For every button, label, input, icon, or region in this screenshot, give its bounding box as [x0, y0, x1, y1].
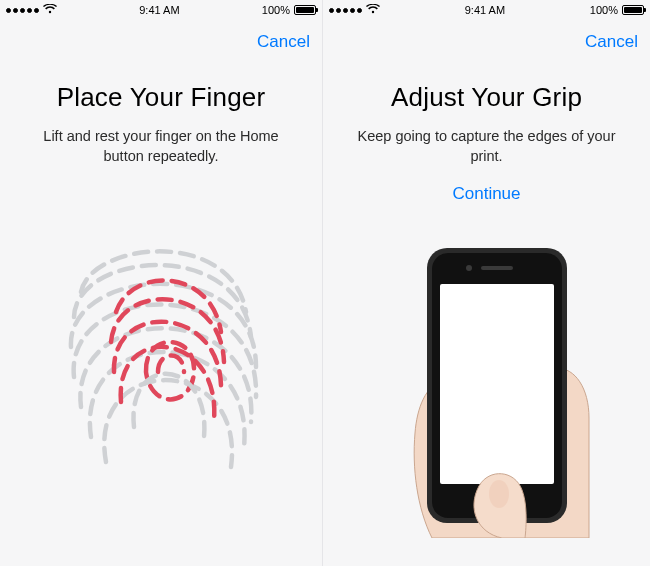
wifi-icon	[43, 4, 57, 16]
fingerprint-icon	[56, 222, 266, 482]
touchid-setup-adjust-grip: 9:41 AM 100% Cancel Adjust Your Grip Kee…	[322, 0, 650, 566]
battery-icon	[294, 5, 316, 15]
nav-bar: Cancel	[323, 20, 650, 64]
touchid-setup-place-finger: 9:41 AM 100% Cancel Place Your Finger Li…	[0, 0, 322, 566]
status-left	[329, 4, 380, 16]
battery-pct: 100%	[590, 4, 618, 16]
status-left	[6, 4, 57, 16]
status-right: 100%	[262, 4, 316, 16]
svg-rect-3	[481, 266, 513, 270]
screen-title: Adjust Your Grip	[391, 82, 582, 113]
screen-title: Place Your Finger	[57, 82, 266, 113]
status-time: 9:41 AM	[465, 4, 505, 16]
nav-bar: Cancel	[0, 20, 322, 64]
svg-rect-2	[440, 284, 554, 484]
battery-icon	[622, 5, 644, 15]
screen-subtitle: Lift and rest your finger on the Home bu…	[22, 127, 300, 166]
screen-subtitle: Keep going to capture the edges of your …	[345, 127, 628, 166]
svg-point-4	[466, 265, 472, 271]
continue-button[interactable]: Continue	[452, 184, 520, 204]
cancel-button[interactable]: Cancel	[585, 32, 638, 52]
status-right: 100%	[590, 4, 644, 16]
status-time: 9:41 AM	[139, 4, 179, 16]
content-area: Place Your Finger Lift and rest your fin…	[0, 64, 322, 566]
status-bar: 9:41 AM 100%	[0, 0, 322, 20]
battery-pct: 100%	[262, 4, 290, 16]
wifi-icon	[366, 4, 380, 16]
signal-strength-icon	[6, 8, 39, 13]
status-bar: 9:41 AM 100%	[323, 0, 650, 20]
svg-point-6	[489, 480, 509, 508]
signal-strength-icon	[329, 8, 362, 13]
phone-in-hand-illustration	[357, 218, 617, 538]
content-area: Adjust Your Grip Keep going to capture t…	[323, 64, 650, 566]
cancel-button[interactable]: Cancel	[257, 32, 310, 52]
